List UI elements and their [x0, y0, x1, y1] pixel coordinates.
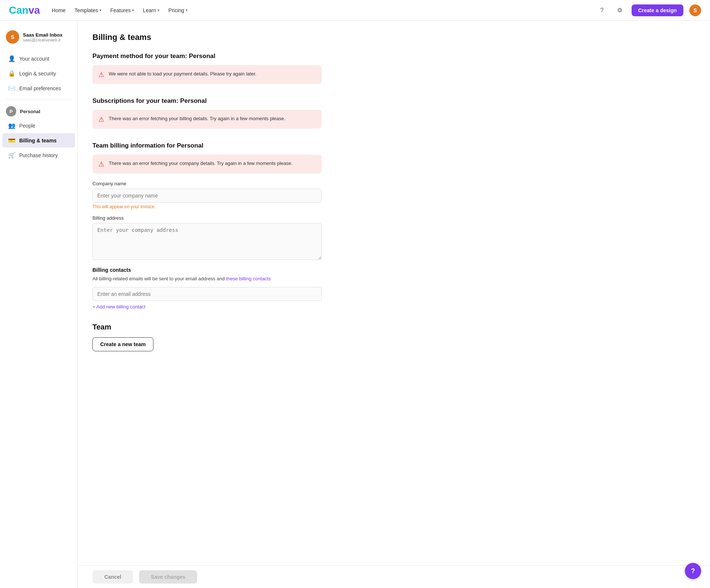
sidebar-item-purchase-history[interactable]: 🛒 Purchase history: [2, 148, 75, 162]
sidebar-item-people[interactable]: 👥 People: [2, 118, 75, 133]
billing-address-label: Billing address: [92, 215, 322, 221]
nav-home[interactable]: Home: [52, 7, 65, 13]
warning-icon-3: ⚠: [98, 160, 104, 168]
warning-icon-2: ⚠: [98, 115, 104, 124]
payment-error-text: We were not able to load your payment de…: [109, 70, 256, 78]
cancel-button[interactable]: Cancel: [92, 570, 133, 584]
layout: S Saas Email Inbox saas@creativeweb.it 👤…: [0, 21, 710, 588]
create-team-button[interactable]: Create a new team: [92, 337, 153, 351]
company-name-label: Company name: [92, 181, 322, 186]
payment-error-box: ⚠ We were not able to load your payment …: [92, 65, 322, 84]
add-billing-contact-link[interactable]: + Add new billing contact: [92, 304, 145, 310]
sidebar-divider: [6, 99, 71, 99]
sidebar: S Saas Email Inbox saas@creativeweb.it 👤…: [0, 21, 78, 588]
user-avatar[interactable]: S: [689, 4, 701, 16]
sidebar-label-people: People: [19, 123, 36, 129]
sidebar-item-email-preferences[interactable]: ✉️ Email preferences: [2, 81, 75, 95]
topnav: Canva Home Templates ▾ Features ▾ Learn …: [0, 0, 710, 21]
sidebar-label-billing-teams: Billing & teams: [19, 138, 57, 143]
nav-features[interactable]: Features ▾: [110, 7, 134, 13]
nav-pricing[interactable]: Pricing ▾: [168, 7, 187, 13]
subscriptions-error-text: There was an error fetching your billing…: [109, 115, 285, 122]
company-name-hint: This will appear on your invoice.: [92, 204, 322, 209]
sidebar-avatar: S: [6, 30, 19, 44]
help-fab[interactable]: ?: [685, 563, 701, 579]
logo[interactable]: Canva: [9, 4, 40, 16]
bottom-bar: Cancel Save changes: [78, 565, 710, 588]
sidebar-label-your-account: Your account: [19, 56, 49, 62]
billing-contacts-link[interactable]: these billing contacts: [226, 276, 271, 281]
nav-templates[interactable]: Templates ▾: [74, 7, 101, 13]
team-label: Personal: [20, 109, 40, 114]
help-button[interactable]: ?: [596, 4, 608, 16]
billing-email-input[interactable]: [92, 287, 322, 301]
settings-button[interactable]: ⚙: [614, 4, 626, 16]
team-circle: P: [6, 106, 16, 116]
people-icon: 👥: [8, 122, 16, 129]
subscriptions-section: Subscriptions for your team: Personal ⚠ …: [92, 97, 322, 129]
sidebar-item-your-account[interactable]: 👤 Your account: [2, 51, 75, 66]
subscriptions-error-box: ⚠ There was an error fetching your billi…: [92, 110, 322, 129]
sidebar-item-billing-teams[interactable]: 💳 Billing & teams: [2, 133, 75, 148]
billing-contacts-desc: All billing-related emails will be sent …: [92, 275, 322, 283]
logo-c2: va: [28, 4, 40, 16]
sidebar-label-login-security: Login & security: [19, 71, 56, 77]
main-content: Billing & teams Payment method for your …: [78, 21, 337, 588]
sidebar-username: Saas Email Inbox: [23, 32, 62, 38]
billing-info-error-text: There was an error fetching your company…: [109, 160, 293, 167]
nav-learn[interactable]: Learn ▾: [143, 7, 159, 13]
billing-contacts-title: Billing contacts: [92, 267, 322, 273]
billing-info-section: Team billing information for Personal ⚠ …: [92, 142, 322, 310]
mail-icon: ✉️: [8, 85, 16, 92]
billing-address-input[interactable]: [92, 223, 322, 260]
sidebar-email: saas@creativeweb.it: [23, 38, 62, 42]
sidebar-team-row: P Personal: [0, 103, 77, 118]
subscriptions-section-title: Subscriptions for your team: Personal: [92, 97, 322, 105]
payment-section-title: Payment method for your team: Personal: [92, 53, 322, 60]
sidebar-label-purchase-history: Purchase history: [19, 152, 58, 158]
lock-icon: 🔒: [8, 70, 16, 77]
cart-icon: 🛒: [8, 152, 16, 159]
team-section: Team Create a new team: [92, 323, 322, 351]
sidebar-profile: S Saas Email Inbox saas@creativeweb.it: [0, 27, 77, 51]
billing-contacts-group: Billing contacts All billing-related ema…: [92, 267, 322, 310]
warning-icon: ⚠: [98, 71, 104, 79]
team-section-title: Team: [92, 323, 322, 331]
billing-icon: 💳: [8, 137, 16, 144]
company-name-group: Company name This will appear on your in…: [92, 181, 322, 209]
logo-c1: Can: [9, 4, 28, 16]
billing-address-group: Billing address: [92, 215, 322, 261]
save-button: Save changes: [139, 570, 197, 584]
topnav-actions: ? ⚙ Create a design S: [596, 4, 701, 16]
company-name-input[interactable]: [92, 189, 322, 203]
payment-section: Payment method for your team: Personal ⚠…: [92, 53, 322, 84]
person-icon: 👤: [8, 55, 16, 62]
create-design-button[interactable]: Create a design: [632, 4, 683, 16]
sidebar-item-login-security[interactable]: 🔒 Login & security: [2, 66, 75, 81]
sidebar-label-email-preferences: Email preferences: [19, 85, 61, 91]
billing-info-error-box: ⚠ There was an error fetching your compa…: [92, 155, 322, 173]
page-title: Billing & teams: [92, 33, 322, 42]
nav-links: Home Templates ▾ Features ▾ Learn ▾ Pric…: [52, 7, 596, 13]
billing-info-section-title: Team billing information for Personal: [92, 142, 322, 149]
